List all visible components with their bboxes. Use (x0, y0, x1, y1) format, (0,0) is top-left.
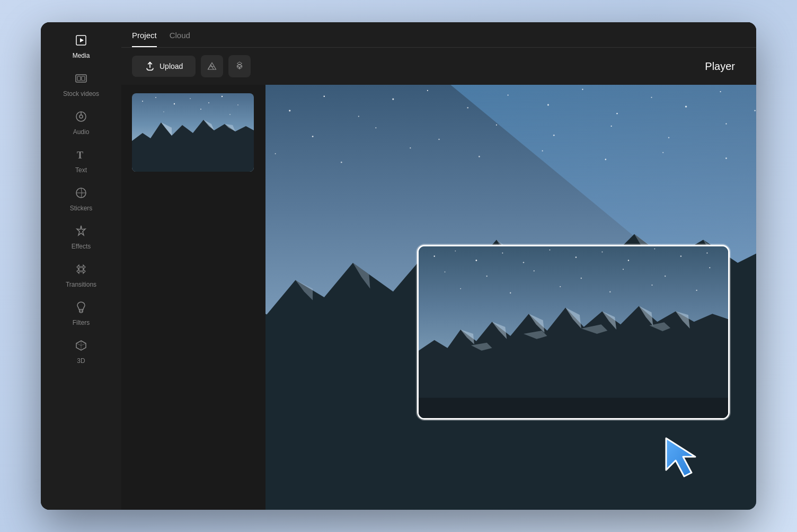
svg-point-85 (696, 290, 697, 291)
svg-point-37 (651, 97, 652, 98)
sidebar-item-3d[interactable]: 3D (41, 334, 121, 370)
sidebar-item-stock-videos[interactable]: Stock videos (41, 67, 121, 103)
svg-point-20 (163, 111, 164, 112)
svg-point-36 (616, 113, 618, 114)
svg-point-30 (392, 98, 394, 100)
svg-point-73 (445, 271, 446, 272)
svg-point-79 (709, 267, 710, 268)
svg-marker-87 (666, 438, 695, 476)
svg-point-70 (654, 249, 656, 250)
svg-point-15 (174, 103, 175, 104)
preview-box (417, 245, 730, 420)
transitions-icon (75, 263, 87, 278)
svg-point-74 (486, 276, 487, 277)
svg-point-84 (651, 285, 652, 286)
svg-point-14 (155, 97, 156, 98)
dropbox-button[interactable] (228, 55, 251, 77)
media-thumbnail[interactable] (132, 93, 254, 172)
svg-point-33 (507, 94, 508, 95)
svg-point-32 (467, 107, 468, 109)
svg-point-63 (475, 260, 477, 261)
svg-point-39 (720, 91, 721, 92)
svg-point-75 (534, 270, 535, 271)
svg-point-38 (685, 106, 687, 108)
svg-point-82 (560, 286, 561, 287)
svg-point-47 (553, 135, 555, 136)
svg-point-72 (706, 253, 707, 254)
upload-icon (145, 61, 155, 72)
sidebar-item-label-transitions: Transitions (66, 281, 96, 288)
app-window: Media Stock videos Audio (41, 22, 756, 510)
svg-point-52 (275, 153, 276, 154)
svg-point-66 (550, 250, 551, 251)
sidebar-item-label-filters: Filters (73, 319, 90, 326)
svg-point-16 (190, 98, 191, 99)
svg-point-31 (427, 90, 428, 91)
tab-bar: Project Cloud (121, 22, 756, 48)
sidebar-item-media[interactable]: Media (41, 29, 121, 65)
svg-point-67 (575, 256, 577, 258)
svg-point-78 (665, 276, 666, 277)
svg-point-6 (79, 115, 83, 118)
sidebar-item-label-3d: 3D (77, 357, 85, 365)
svg-point-77 (623, 269, 624, 270)
sidebar-item-label-stock: Stock videos (63, 90, 99, 97)
sidebar-item-text[interactable]: T Text (41, 143, 121, 179)
svg-point-54 (410, 147, 411, 148)
audio-icon (75, 110, 87, 125)
svg-point-59 (725, 157, 727, 159)
svg-point-22 (229, 114, 231, 115)
svg-point-34 (547, 104, 549, 105)
svg-point-49 (668, 137, 670, 138)
effects-icon (75, 225, 87, 240)
svg-point-64 (502, 253, 503, 254)
svg-point-29 (358, 116, 359, 117)
sidebar: Media Stock videos Audio (41, 22, 121, 510)
upload-label: Upload (160, 62, 183, 70)
cursor-arrow (661, 433, 709, 481)
svg-marker-1 (80, 38, 84, 42)
svg-point-68 (601, 252, 603, 253)
svg-point-48 (611, 126, 612, 127)
svg-point-83 (609, 291, 611, 292)
tab-cloud[interactable]: Cloud (170, 31, 190, 47)
svg-point-18 (222, 96, 223, 97)
svg-text:T: T (77, 150, 83, 161)
text-icon: T (75, 148, 87, 163)
svg-point-28 (323, 95, 325, 97)
svg-point-80 (460, 288, 461, 289)
sidebar-item-effects[interactable]: Effects (41, 219, 121, 255)
svg-point-76 (581, 278, 582, 279)
svg-point-50 (725, 123, 727, 125)
svg-rect-4 (82, 76, 85, 81)
svg-point-45 (438, 139, 440, 140)
svg-point-19 (237, 104, 238, 105)
svg-point-55 (479, 156, 480, 157)
svg-point-71 (680, 255, 682, 257)
google-drive-button[interactable] (201, 55, 223, 77)
sidebar-item-audio[interactable]: Audio (41, 105, 121, 141)
svg-point-58 (662, 152, 663, 153)
tab-project[interactable]: Project (132, 31, 157, 47)
sidebar-item-stickers[interactable]: Stickers (41, 181, 121, 217)
svg-rect-3 (77, 76, 81, 81)
dropbox-icon (235, 61, 244, 71)
sidebar-item-filters[interactable]: Filters (41, 296, 121, 332)
toolbar: Upload Player (121, 48, 756, 85)
svg-point-81 (510, 292, 511, 294)
sidebar-item-transitions[interactable]: Transitions (41, 258, 121, 294)
sidebar-item-label-media: Media (73, 52, 90, 59)
svg-point-57 (605, 159, 607, 161)
upload-button[interactable]: Upload (132, 56, 196, 77)
svg-rect-86 (419, 398, 728, 418)
svg-point-13 (142, 101, 143, 102)
svg-point-44 (375, 127, 376, 128)
sidebar-item-label-effects: Effects (72, 243, 91, 250)
sidebar-item-label-audio: Audio (73, 128, 90, 136)
preview-content (419, 246, 728, 418)
svg-point-53 (341, 162, 342, 163)
svg-point-21 (200, 109, 201, 110)
3d-icon (75, 339, 87, 354)
svg-point-27 (289, 110, 290, 111)
player-area (265, 85, 756, 510)
